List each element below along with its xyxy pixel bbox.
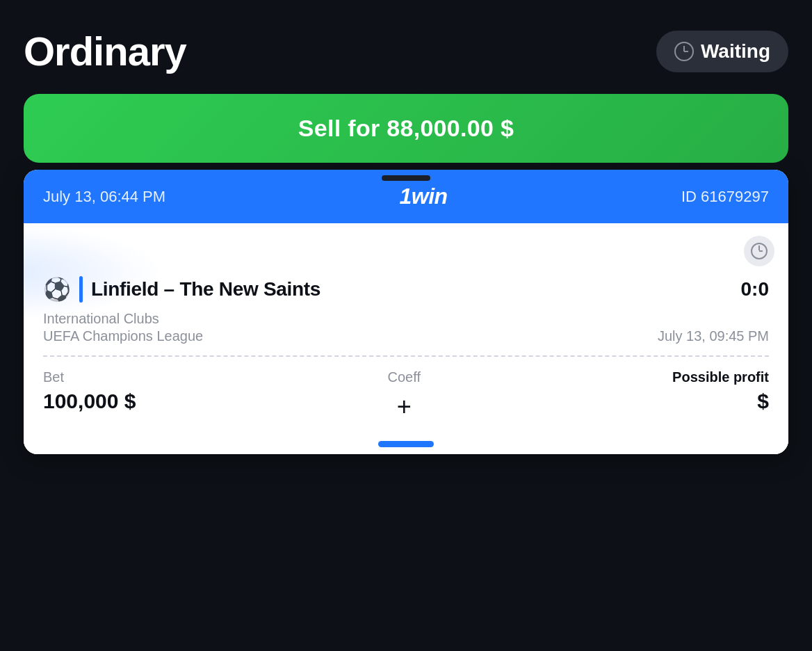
coeff-label: Coeff [388, 369, 421, 385]
brand-logo: 1win [399, 184, 447, 209]
match-score: 0:0 [741, 278, 769, 300]
clock-icon [674, 42, 694, 61]
bet-date: July 13, 06:44 PM [43, 188, 165, 206]
bottom-handle-wrapper [24, 431, 788, 454]
match-name: Linfield – The New Saints [91, 278, 320, 300]
league-row: International Clubs UEFA Champions Leagu… [24, 308, 788, 355]
league-category: International Clubs [43, 311, 203, 327]
live-indicator [79, 276, 83, 303]
league-info: International Clubs UEFA Champions Leagu… [43, 311, 203, 344]
possible-profit-label: Possible profit [672, 369, 769, 385]
handle-bar [382, 175, 430, 181]
plus-icon: + [388, 389, 421, 421]
match-datetime: July 13, 09:45 PM [658, 328, 769, 344]
clock-icon-inner [751, 243, 768, 259]
waiting-label: Waiting [701, 40, 770, 63]
soccer-ball-icon: ⚽ [43, 278, 71, 300]
page-header: Ordinary Waiting [24, 28, 788, 74]
scroll-handle-top [24, 175, 788, 181]
main-container: Ordinary Waiting Sell for 88,000.00 $ Ju… [24, 28, 788, 454]
possible-profit-value: $ [757, 389, 769, 413]
card-clock-wrapper [24, 223, 788, 266]
profit-column: Possible profit $ [672, 369, 769, 413]
coeff-column: Coeff + [388, 369, 421, 421]
bet-card: July 13, 06:44 PM 1win ID 61679297 ⚽ Lin… [24, 170, 788, 454]
bet-id: ID 61679297 [681, 188, 769, 206]
bet-label: Bet [43, 369, 136, 385]
bet-card-body: ⚽ Linfield – The New Saints 0:0 Internat… [24, 223, 788, 454]
bet-value: 100,000 $ [43, 389, 136, 413]
bet-info-row: Bet 100,000 $ Coeff + Possible profit $ [24, 357, 788, 431]
sell-button-label: Sell for 88,000.00 $ [298, 115, 514, 141]
bet-column: Bet 100,000 $ [43, 369, 136, 413]
sell-button[interactable]: Sell for 88,000.00 $ [24, 94, 788, 163]
match-left: ⚽ Linfield – The New Saints [43, 276, 320, 303]
waiting-badge: Waiting [656, 31, 788, 72]
card-clock-button[interactable] [744, 236, 774, 266]
match-row: ⚽ Linfield – The New Saints 0:0 [24, 266, 788, 308]
page-title: Ordinary [24, 28, 186, 74]
league-name: UEFA Champions League [43, 328, 203, 344]
bottom-handle-bar [378, 441, 434, 447]
